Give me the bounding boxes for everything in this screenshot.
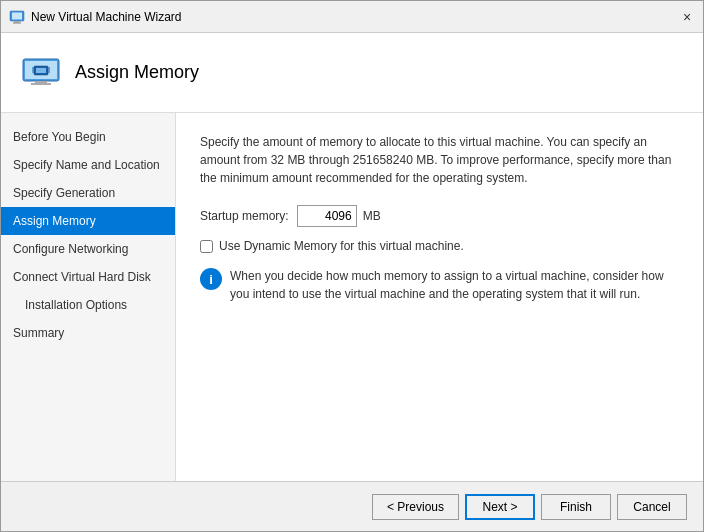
window-title: New Virtual Machine Wizard — [31, 10, 679, 24]
sidebar-item-connect-vhd[interactable]: Connect Virtual Hard Disk — [1, 263, 175, 291]
svg-rect-7 — [31, 83, 51, 85]
svg-rect-3 — [13, 22, 21, 23]
sidebar-item-specify-generation[interactable]: Specify Generation — [1, 179, 175, 207]
startup-memory-input[interactable] — [297, 205, 357, 227]
info-text: When you decide how much memory to assig… — [230, 267, 679, 303]
page-title: Assign Memory — [75, 62, 199, 83]
startup-memory-row: Startup memory: MB — [200, 205, 679, 227]
svg-rect-6 — [35, 81, 47, 83]
dynamic-memory-checkbox[interactable] — [200, 240, 213, 253]
sidebar-item-summary[interactable]: Summary — [1, 319, 175, 347]
cancel-button[interactable]: Cancel — [617, 494, 687, 520]
sidebar-item-before-you-begin[interactable]: Before You Begin — [1, 123, 175, 151]
previous-button[interactable]: < Previous — [372, 494, 459, 520]
title-bar: New Virtual Machine Wizard × — [1, 1, 703, 33]
wizard-window: New Virtual Machine Wizard × Assign Memo… — [0, 0, 704, 532]
sidebar-item-specify-name[interactable]: Specify Name and Location — [1, 151, 175, 179]
header-icon — [21, 58, 61, 88]
sidebar: Before You Begin Specify Name and Locati… — [1, 113, 176, 481]
window-icon — [9, 9, 25, 25]
sidebar-item-configure-networking[interactable]: Configure Networking — [1, 235, 175, 263]
info-icon: i — [200, 268, 222, 290]
close-button[interactable]: × — [679, 9, 695, 25]
startup-memory-label: Startup memory: — [200, 209, 289, 223]
dynamic-memory-label[interactable]: Use Dynamic Memory for this virtual mach… — [219, 239, 464, 253]
svg-rect-1 — [12, 12, 22, 19]
description-text: Specify the amount of memory to allocate… — [200, 133, 679, 187]
svg-rect-9 — [36, 68, 46, 73]
footer: < Previous Next > Finish Cancel — [1, 481, 703, 531]
info-box: i When you decide how much memory to ass… — [200, 267, 679, 303]
main-content: Specify the amount of memory to allocate… — [176, 113, 703, 481]
sidebar-item-assign-memory[interactable]: Assign Memory — [1, 207, 175, 235]
svg-rect-2 — [14, 21, 20, 22]
next-button[interactable]: Next > — [465, 494, 535, 520]
sidebar-item-installation-options[interactable]: Installation Options — [1, 291, 175, 319]
page-header: Assign Memory — [1, 33, 703, 113]
startup-memory-unit: MB — [363, 209, 381, 223]
finish-button[interactable]: Finish — [541, 494, 611, 520]
content-area: Before You Begin Specify Name and Locati… — [1, 113, 703, 481]
dynamic-memory-row: Use Dynamic Memory for this virtual mach… — [200, 239, 679, 253]
